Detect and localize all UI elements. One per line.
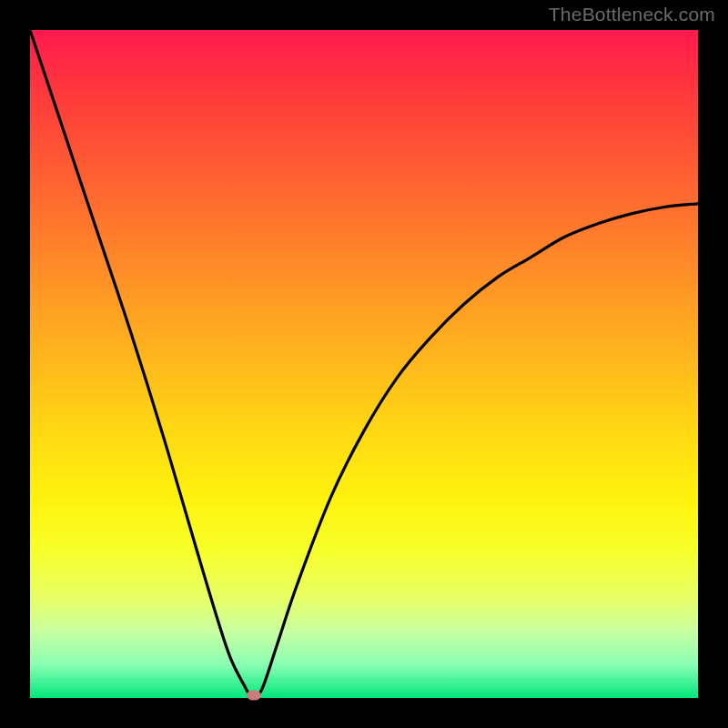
plot-area [30, 30, 698, 698]
watermark-text: TheBottleneck.com [549, 4, 715, 25]
bottleneck-curve [30, 30, 698, 697]
optimum-marker [247, 691, 261, 701]
curve-svg [30, 30, 698, 698]
chart-frame: TheBottleneck.com [0, 0, 728, 728]
